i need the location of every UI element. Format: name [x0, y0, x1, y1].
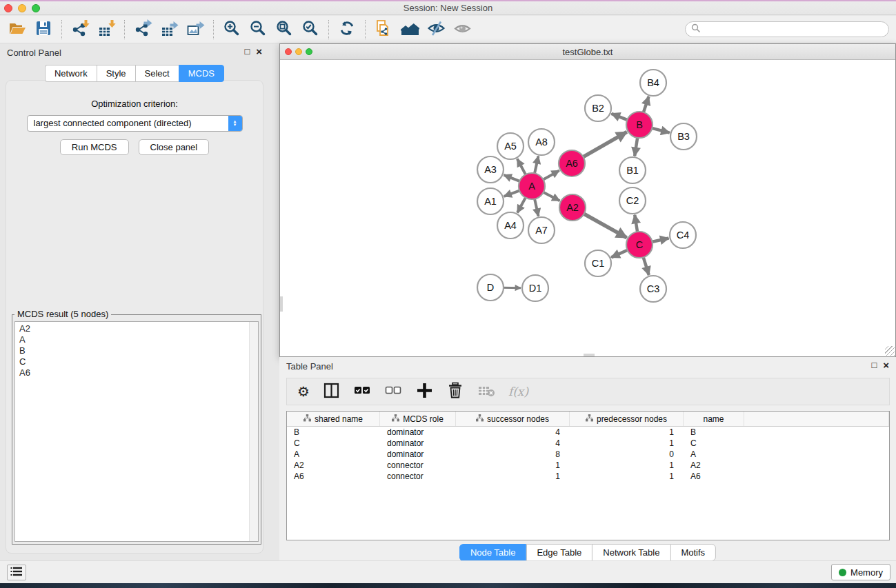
- tab-network-table[interactable]: Network Table: [592, 544, 670, 561]
- table-row[interactable]: Adominator80A: [287, 449, 889, 460]
- node-C1[interactable]: C1: [585, 250, 611, 276]
- search-input[interactable]: [701, 25, 888, 34]
- table-cell[interactable]: 1: [456, 471, 570, 482]
- table-cell[interactable]: A: [287, 449, 380, 460]
- open-session-button[interactable]: [4, 19, 30, 41]
- edge-A-A8[interactable]: [535, 156, 539, 175]
- edge-A-A3[interactable]: [504, 175, 521, 182]
- table-cell[interactable]: A6: [287, 471, 380, 482]
- node-A8[interactable]: A8: [528, 129, 555, 155]
- node-B3[interactable]: B3: [670, 123, 697, 150]
- network-vertical-scrollbar[interactable]: [280, 296, 283, 312]
- table-cell[interactable]: 0: [570, 449, 684, 460]
- select-all-button[interactable]: [353, 381, 372, 402]
- edge-A-A2[interactable]: [542, 192, 559, 201]
- tab-edge-table[interactable]: Edge Table: [526, 544, 592, 561]
- edge-A2-C[interactable]: [583, 213, 627, 238]
- node-A5[interactable]: A5: [497, 133, 524, 159]
- node-C[interactable]: C: [626, 232, 653, 258]
- node-B[interactable]: B: [626, 112, 653, 138]
- column-header-predecessor-nodes[interactable]: predecessor nodes: [570, 412, 684, 426]
- table-row[interactable]: Bdominator41B: [287, 427, 889, 438]
- tab-select[interactable]: Select: [135, 65, 179, 82]
- table-cell[interactable]: A2: [684, 460, 744, 471]
- node-A4[interactable]: A4: [497, 212, 524, 239]
- edge-A-A7[interactable]: [535, 198, 539, 216]
- deselect-all-button[interactable]: [384, 381, 403, 402]
- edge-A-A6[interactable]: [542, 170, 559, 180]
- table-cell[interactable]: dominator: [380, 427, 456, 438]
- node-table[interactable]: shared nameMCDS rolesuccessor nodesprede…: [286, 411, 890, 540]
- table-cell[interactable]: dominator: [380, 438, 456, 449]
- close-panel-button[interactable]: Close panel: [139, 139, 210, 155]
- import-table-button[interactable]: [93, 19, 119, 41]
- network-graph[interactable]: A5A8A3AA1A4A7A6A2BB2B4B3B1C2CC4C1C3DD1: [280, 60, 895, 356]
- table-cell[interactable]: 1: [456, 460, 570, 471]
- result-item[interactable]: A: [19, 334, 254, 345]
- table-cell[interactable]: B: [287, 427, 380, 438]
- table-close-panel-icon[interactable]: ×: [883, 361, 889, 370]
- table-row[interactable]: A2connector11A2: [287, 460, 889, 471]
- table-cell[interactable]: A2: [287, 460, 380, 471]
- tab-style[interactable]: Style: [97, 65, 135, 82]
- edge-C-C2[interactable]: [635, 215, 637, 233]
- edge-B-B4[interactable]: [643, 97, 648, 114]
- column-header-MCDS-role[interactable]: MCDS role: [380, 412, 456, 426]
- node-B2[interactable]: B2: [585, 95, 611, 121]
- column-header-successor-nodes[interactable]: successor nodes: [456, 412, 570, 426]
- table-cell[interactable]: 4: [456, 438, 570, 449]
- edge-A-A1[interactable]: [504, 190, 521, 196]
- import-network-button[interactable]: [67, 19, 93, 41]
- edge-A-A4[interactable]: [517, 196, 526, 213]
- zoom-out-button[interactable]: [245, 19, 271, 41]
- add-column-button[interactable]: [415, 381, 434, 402]
- result-item[interactable]: A6: [19, 367, 254, 378]
- edge-C-C3[interactable]: [643, 256, 649, 275]
- network-canvas[interactable]: A5A8A3AA1A4A7A6A2BB2B4B3B1C2CC4C1C3DD1: [280, 60, 895, 356]
- save-session-button[interactable]: [30, 19, 57, 41]
- toggle-graphics-details-button[interactable]: [423, 19, 449, 41]
- node-D[interactable]: D: [477, 274, 504, 301]
- node-A3[interactable]: A3: [477, 156, 504, 183]
- export-network-button[interactable]: [130, 19, 156, 41]
- zoom-fit-button[interactable]: [271, 19, 297, 41]
- table-cell[interactable]: 1: [570, 471, 684, 482]
- result-item[interactable]: A2: [19, 323, 254, 334]
- edge-A-A5[interactable]: [517, 159, 526, 176]
- node-A1[interactable]: A1: [477, 188, 504, 214]
- table-cell[interactable]: C: [684, 438, 744, 449]
- network-window-titlebar[interactable]: testGlobe.txt: [280, 44, 895, 60]
- duplicate-network-button[interactable]: [370, 19, 397, 41]
- refresh-view-button[interactable]: [334, 19, 360, 41]
- search-field[interactable]: [685, 21, 889, 37]
- tab-node-table[interactable]: Node Table: [459, 544, 526, 561]
- result-scrollbar[interactable]: [249, 322, 258, 541]
- table-cell[interactable]: connector: [380, 460, 456, 471]
- table-cell[interactable]: 1: [570, 427, 684, 438]
- result-item[interactable]: C: [19, 356, 254, 367]
- node-C2[interactable]: C2: [619, 187, 646, 214]
- column-header-name[interactable]: name: [684, 412, 744, 426]
- mcds-result-list[interactable]: A2ABCA6: [14, 321, 259, 542]
- window-resize-handle-icon[interactable]: [885, 346, 895, 356]
- edge-B-B2[interactable]: [611, 114, 628, 121]
- table-cell[interactable]: 1: [570, 460, 684, 471]
- table-cell[interactable]: dominator: [380, 449, 456, 460]
- export-table-button[interactable]: [156, 19, 182, 41]
- node-A7[interactable]: A7: [528, 217, 555, 243]
- table-cell[interactable]: 8: [456, 449, 570, 460]
- close-panel-icon[interactable]: ×: [256, 47, 262, 57]
- memory-button[interactable]: Memory: [831, 564, 890, 580]
- table-row[interactable]: A6connector11A6: [287, 471, 889, 482]
- node-A[interactable]: A: [519, 173, 545, 199]
- edge-B-B3[interactable]: [650, 128, 669, 132]
- criterion-select[interactable]: largest connected component (directed) ▲…: [27, 115, 243, 132]
- node-A6[interactable]: A6: [559, 150, 585, 176]
- edge-C-C4[interactable]: [651, 239, 669, 243]
- edge-B-B1[interactable]: [635, 136, 637, 156]
- network-horizontal-scrollbar[interactable]: [584, 354, 595, 356]
- table-settings-button[interactable]: ⚙: [297, 385, 310, 398]
- result-item[interactable]: B: [19, 345, 254, 356]
- home-button[interactable]: [397, 19, 423, 41]
- table-float-panel-icon[interactable]: □: [871, 361, 877, 370]
